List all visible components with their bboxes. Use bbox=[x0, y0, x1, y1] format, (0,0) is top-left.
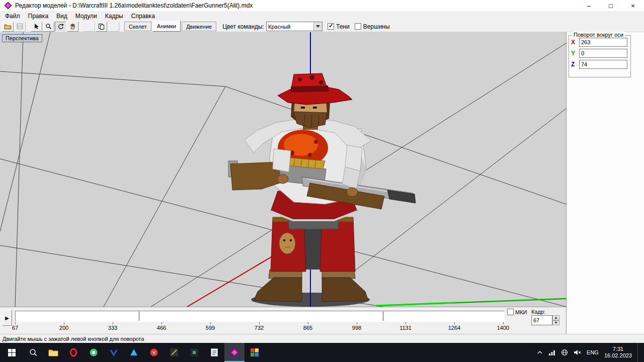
rotate-tool-button[interactable] bbox=[55, 22, 66, 32]
opera-app-button[interactable] bbox=[63, 343, 84, 362]
rotate-icon bbox=[57, 23, 64, 30]
timeline-track[interactable] bbox=[15, 311, 505, 322]
frame-label: Кадр: bbox=[531, 309, 545, 315]
open-folder-icon bbox=[4, 23, 12, 30]
menu-frames[interactable]: Кадры bbox=[101, 12, 127, 21]
menu-bar: Файл Правка Вид Модули Кадры Справка bbox=[0, 11, 644, 21]
zoom-icon bbox=[45, 23, 52, 30]
sequence-divider bbox=[383, 312, 383, 321]
z-rotation-input[interactable] bbox=[579, 60, 627, 69]
tick-label: 998 bbox=[348, 325, 366, 331]
blue-v-app-button[interactable] bbox=[104, 343, 124, 362]
document-app-icon bbox=[210, 348, 218, 357]
rotation-title: Поворот вокруг оси bbox=[572, 32, 625, 38]
spinner-down-icon[interactable] bbox=[552, 320, 559, 325]
taskbar: Y ENG 7:31 16.02.2023 bbox=[0, 343, 644, 362]
dark-green-app-icon bbox=[190, 348, 199, 357]
network-icon[interactable] bbox=[548, 349, 555, 355]
file-explorer-button[interactable] bbox=[43, 343, 63, 362]
team-color-select[interactable]: Красный bbox=[266, 22, 323, 31]
play-button[interactable]: ▶ bbox=[2, 310, 12, 326]
file-explorer-icon bbox=[48, 348, 58, 356]
image-tool-app-button[interactable] bbox=[245, 343, 265, 362]
green-circle-icon bbox=[89, 348, 98, 357]
model-editor-icon bbox=[4, 2, 12, 10]
tick-label: 1131 bbox=[396, 325, 415, 331]
menu-view[interactable]: Вид bbox=[52, 12, 71, 21]
red-y-icon: Y bbox=[149, 348, 158, 357]
dark-app-button-2[interactable] bbox=[184, 343, 204, 362]
model-editor-taskbar-button[interactable] bbox=[224, 343, 245, 362]
y-axis-label: Y bbox=[571, 50, 577, 57]
hidden-icons-chevron-icon[interactable] bbox=[537, 350, 543, 355]
tick-mark bbox=[210, 322, 211, 324]
tick-mark bbox=[454, 322, 455, 324]
copy-icon bbox=[98, 23, 105, 30]
show-desktop-button[interactable] bbox=[637, 343, 640, 362]
disabled-button-1[interactable] bbox=[84, 22, 95, 32]
tab-movement[interactable]: Движение bbox=[182, 22, 216, 31]
dark-app-button-1[interactable] bbox=[164, 343, 184, 362]
character-model[interactable] bbox=[0, 32, 566, 307]
status-text: Двигайте мышь с зажатой левой кнопкой дл… bbox=[3, 336, 144, 342]
toolbar-separator bbox=[122, 22, 122, 31]
select-tool-button[interactable] bbox=[31, 22, 42, 32]
toolbar-separator bbox=[28, 22, 29, 31]
menu-edit[interactable]: Правка bbox=[24, 12, 53, 21]
tray-time: 7:31 bbox=[604, 346, 632, 352]
disabled-button-2[interactable] bbox=[108, 22, 119, 32]
language-indicator[interactable]: ENG bbox=[587, 349, 599, 355]
frame-spinner bbox=[552, 315, 559, 325]
tick-label: 1400 bbox=[494, 325, 512, 331]
app-window: Редактор моделей - D:\WarcraftIII 1.26a\… bbox=[0, 0, 644, 362]
tick-mark bbox=[259, 322, 260, 324]
copy-button[interactable] bbox=[96, 22, 107, 32]
mki-checkbox[interactable] bbox=[507, 309, 514, 315]
frame-input[interactable] bbox=[531, 315, 552, 325]
mki-label: МКИ bbox=[515, 309, 527, 315]
close-icon[interactable]: × bbox=[622, 0, 644, 11]
sequence-divider bbox=[139, 312, 139, 321]
y-rotation-input[interactable] bbox=[579, 49, 627, 58]
volume-muted-icon[interactable] bbox=[574, 349, 581, 355]
vertices-label: Вершины bbox=[363, 23, 390, 30]
chevron-down-icon[interactable] bbox=[313, 22, 322, 31]
tab-skeleton[interactable]: Скелет bbox=[124, 22, 151, 31]
tick-label: 599 bbox=[201, 325, 219, 331]
menu-modules[interactable]: Модули bbox=[71, 12, 101, 21]
green-browser-button[interactable] bbox=[84, 343, 104, 362]
status-bar: Двигайте мышь с зажатой левой кнопкой дл… bbox=[0, 334, 644, 343]
maximize-icon[interactable]: □ bbox=[600, 0, 622, 11]
save-button[interactable] bbox=[14, 22, 26, 32]
zoom-tool-button[interactable] bbox=[43, 22, 54, 32]
globe-icon[interactable] bbox=[561, 349, 568, 356]
model-editor-icon bbox=[229, 347, 239, 357]
pan-tool-button[interactable] bbox=[67, 22, 78, 32]
x-rotation-input[interactable] bbox=[579, 38, 627, 47]
start-button[interactable] bbox=[0, 343, 23, 362]
pan-hand-icon bbox=[69, 23, 76, 30]
viewport-3d[interactable]: Перспектива bbox=[0, 32, 566, 307]
open-button[interactable] bbox=[2, 22, 14, 32]
vertices-checkbox[interactable] bbox=[355, 23, 361, 30]
clock[interactable]: 7:31 16.02.2023 bbox=[604, 346, 632, 359]
z-axis-label: Z bbox=[571, 61, 577, 68]
toolbar-separator bbox=[81, 22, 82, 31]
document-app-button[interactable] bbox=[204, 343, 224, 362]
tick-mark bbox=[406, 322, 406, 324]
menu-help[interactable]: Справка bbox=[127, 12, 159, 21]
taskbar-search-button[interactable] bbox=[23, 343, 43, 362]
tick-mark bbox=[308, 322, 308, 324]
tick-label: 333 bbox=[104, 325, 122, 331]
rotation-panel: Поворот вокруг оси X Y Z bbox=[566, 32, 644, 334]
red-o-icon bbox=[69, 348, 78, 357]
team-color-value: Красный bbox=[267, 24, 313, 30]
shadows-checkbox[interactable] bbox=[328, 23, 334, 30]
blue-triangle-app-button[interactable] bbox=[124, 343, 144, 362]
spinner-up-icon[interactable] bbox=[552, 315, 559, 320]
tab-animations[interactable]: Анимки bbox=[152, 21, 181, 32]
rotation-groupbox: Поворот вокруг оси X Y Z bbox=[569, 35, 631, 77]
red-y-app-button[interactable]: Y bbox=[144, 343, 164, 362]
minimize-icon[interactable]: – bbox=[578, 0, 600, 11]
menu-file[interactable]: Файл bbox=[1, 12, 24, 21]
